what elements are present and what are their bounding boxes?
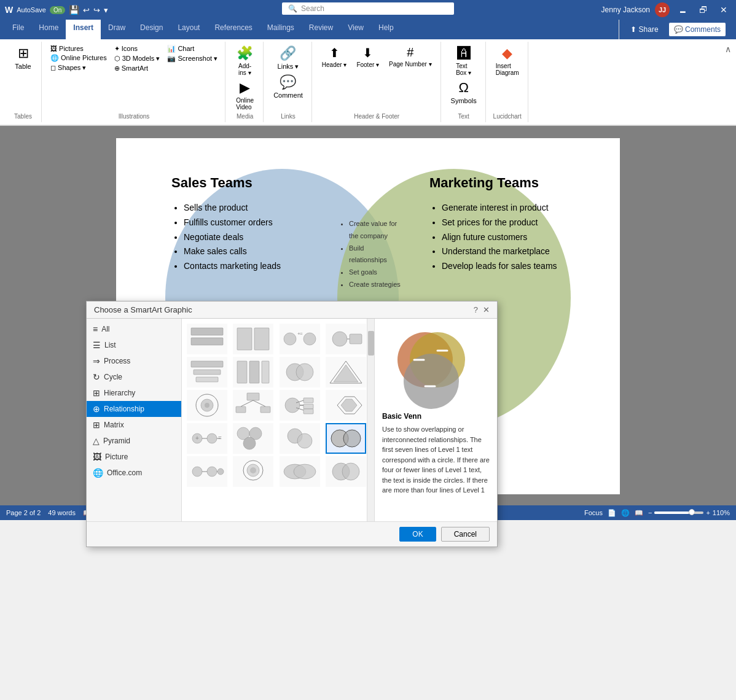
smartart-item[interactable] — [326, 456, 366, 487]
comments-button[interactable]: 💬 Comments — [668, 22, 726, 37]
focus-button[interactable]: Focus — [584, 509, 603, 516]
tab-insert[interactable]: Insert — [66, 20, 101, 39]
minimize-btn[interactable]: 🗕 — [675, 4, 691, 16]
undo-icon[interactable]: ↩ — [83, 6, 90, 15]
smartart-item[interactable] — [233, 324, 273, 354]
shapes-button[interactable]: ◻ Shapes ▾ — [48, 63, 109, 72]
scrollbar-thumb[interactable] — [368, 331, 374, 356]
smartart-item[interactable] — [326, 357, 366, 387]
screenshot-button[interactable]: 📷 Screenshot ▾ — [165, 54, 220, 63]
svg-rect-15 — [249, 361, 259, 383]
relationship-icon: ⊕ — [93, 404, 100, 414]
close-btn[interactable]: ✕ — [716, 4, 731, 16]
smartart-item[interactable] — [187, 390, 227, 421]
links-group-label: Links — [281, 113, 295, 120]
smartart-item[interactable] — [280, 423, 320, 454]
smartart-item-basic-venn[interactable] — [326, 423, 366, 454]
online-pictures-button[interactable]: 🌐 Online Pictures — [48, 53, 109, 63]
zoom-thumb[interactable] — [689, 509, 695, 515]
smartart-item[interactable] — [187, 357, 227, 387]
smartart-item[interactable] — [233, 390, 273, 421]
ribbon-group-links: 🔗 Links ▾ 💬 Comment Links — [265, 42, 312, 122]
category-matrix[interactable]: ⊞ Matrix — [87, 417, 181, 433]
smartart-item[interactable] — [187, 456, 227, 487]
category-all[interactable]: ≡ All — [87, 321, 181, 337]
category-hierarchy[interactable]: ⊞ Hierarchy — [87, 385, 181, 401]
dialog-close-icon[interactable]: ✕ — [483, 305, 490, 314]
list-icon: ☰ — [93, 340, 101, 350]
addins-icon: 🧩 — [237, 45, 253, 61]
icons-button[interactable]: ✦ Icons — [112, 44, 163, 53]
svg-rect-9 — [350, 334, 362, 344]
zoom-out-btn[interactable]: − — [648, 509, 652, 516]
tab-home[interactable]: Home — [31, 20, 66, 39]
print-layout-icon[interactable]: 📄 — [608, 509, 616, 517]
restore-btn[interactable]: 🗗 — [695, 4, 711, 16]
autosave-toggle[interactable]: On — [50, 6, 65, 14]
addins-button[interactable]: 🧩 Add-ins ▾ — [233, 44, 257, 77]
links-button[interactable]: 🔗 Links ▾ — [274, 44, 303, 72]
smartart-item[interactable] — [326, 324, 366, 354]
3dmodels-button[interactable]: ⬡ 3D Models ▾ — [112, 54, 163, 63]
smartart-button[interactable]: ⊕ SmartArt — [112, 64, 163, 73]
smartart-item[interactable] — [280, 357, 320, 387]
dialog-title-actions: ? ✕ — [474, 305, 490, 314]
zoom-in-btn[interactable]: + — [706, 509, 710, 516]
smartart-item[interactable] — [326, 390, 366, 421]
smartart-item[interactable]: + = — [187, 423, 227, 454]
collapse-ribbon-icon[interactable]: ∧ — [725, 44, 731, 54]
category-pyramid[interactable]: △ Pyramid — [87, 433, 181, 449]
svg-rect-3 — [254, 328, 269, 350]
tab-design[interactable]: Design — [133, 20, 170, 39]
table-button[interactable]: ⊞ Table — [11, 44, 36, 71]
smartart-item[interactable] — [233, 423, 273, 454]
tab-file[interactable]: File — [5, 20, 31, 39]
tab-draw[interactable]: Draw — [101, 20, 133, 39]
header-button[interactable]: ⬆ Header ▾ — [318, 44, 351, 69]
category-process[interactable]: ⇒ Process — [87, 353, 181, 369]
tab-view[interactable]: View — [340, 20, 371, 39]
list-item: Generate interest in product — [442, 201, 577, 216]
pictures-button[interactable]: 🖼 Pictures — [48, 44, 109, 53]
tab-mailings[interactable]: Mailings — [260, 20, 302, 39]
smartart-item[interactable] — [280, 456, 320, 487]
share-button[interactable]: ⬆ Share — [624, 23, 664, 36]
tab-help[interactable]: Help — [371, 20, 401, 39]
svg-point-7 — [303, 333, 316, 345]
insert-diagram-button[interactable]: ◆ InsertDiagram — [492, 44, 523, 77]
svg-line-25 — [241, 400, 253, 406]
smartart-item[interactable] — [187, 324, 227, 354]
dialog-scrollbar[interactable] — [367, 319, 374, 520]
search-bar[interactable]: 🔍 Search — [282, 2, 454, 15]
category-officecom[interactable]: 🌐 Office.com — [87, 465, 181, 481]
comment-button[interactable]: 💬 Comment — [270, 73, 307, 100]
page-number-button[interactable]: # Page Number ▾ — [385, 44, 435, 69]
tab-review[interactable]: Review — [302, 20, 340, 39]
reader-icon[interactable]: 📖 — [635, 509, 643, 517]
online-video-button[interactable]: ▶ OnlineVideo — [232, 79, 257, 112]
tab-references[interactable]: References — [207, 20, 259, 39]
tab-layout[interactable]: Layout — [170, 20, 207, 39]
smartart-dialog[interactable]: Choose a SmartArt Graphic ? ✕ ≡ All ☰ Li… — [86, 301, 498, 520]
svg-text:+: + — [195, 435, 199, 441]
svg-point-41 — [207, 434, 217, 443]
web-layout-icon[interactable]: 🌐 — [621, 509, 630, 517]
category-picture[interactable]: 🖼 Picture — [87, 449, 181, 465]
svg-point-55 — [217, 469, 224, 475]
smartart-item[interactable] — [233, 456, 273, 487]
smartart-item[interactable]: + = — [280, 324, 320, 354]
redo-icon[interactable]: ↪ — [93, 6, 100, 15]
textbox-button[interactable]: 🅰 TextBox ▾ — [452, 44, 476, 77]
save-icon[interactable]: 💾 — [69, 5, 79, 15]
footer-button[interactable]: ⬇ Footer ▾ — [353, 44, 383, 69]
zoom-slider[interactable] — [654, 511, 703, 514]
category-relationship[interactable]: ⊕ Relationship — [87, 401, 181, 417]
chart-button[interactable]: 📊 Chart — [165, 44, 220, 53]
category-cycle[interactable]: ↻ Cycle — [87, 369, 181, 385]
smartart-item[interactable] — [280, 390, 320, 421]
dialog-help-icon[interactable]: ? — [474, 305, 478, 314]
smartart-item[interactable] — [233, 357, 273, 387]
symbols-button[interactable]: Ω Symbols — [447, 79, 480, 106]
category-list[interactable]: ☰ List — [87, 337, 181, 353]
customize-icon[interactable]: ▾ — [104, 6, 108, 15]
